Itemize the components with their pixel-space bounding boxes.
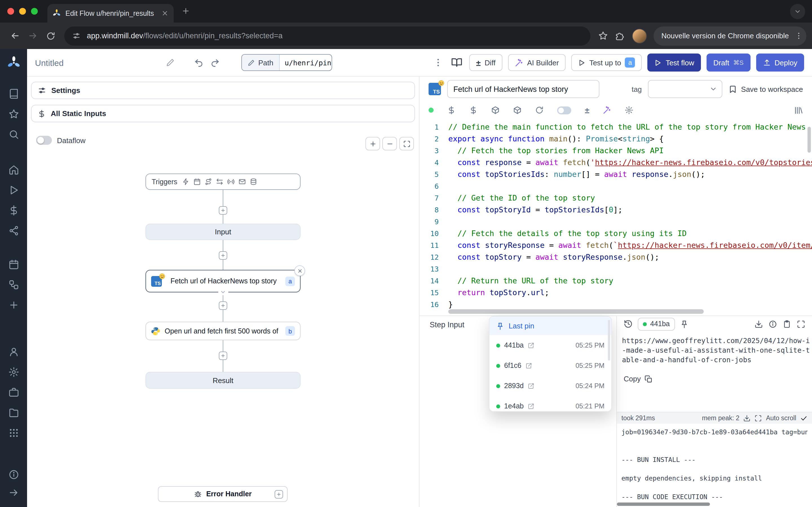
deploy-button[interactable]: Deploy: [756, 54, 804, 71]
library-icon[interactable]: [794, 106, 803, 115]
browser-tab[interactable]: Edit Flow u/henri/pin_results: [47, 4, 174, 22]
info-icon[interactable]: [769, 320, 777, 328]
script-settings-icon[interactable]: [625, 106, 633, 114]
add-step-button[interactable]: [219, 206, 227, 215]
step-b-node[interactable]: Open url and fetch first 500 words of ..…: [146, 322, 301, 340]
test-flow-button[interactable]: Test flow: [648, 54, 701, 71]
open-run-icon[interactable]: [528, 383, 535, 389]
bookmark-star-icon[interactable]: [595, 27, 612, 44]
dependencies-icon[interactable]: [513, 106, 522, 114]
add-resource-icon[interactable]: [469, 106, 477, 114]
history-icon[interactable]: [624, 320, 633, 328]
back-icon[interactable]: [6, 27, 24, 45]
chrome-update-button[interactable]: Nouvelle version de Chrome disponible: [654, 26, 806, 45]
reset-code-icon[interactable]: [535, 106, 544, 114]
pin-item[interactable]: 1e4ab 05:21 PM: [490, 396, 611, 412]
code-editor[interactable]: 1// Define the main function to fetch th…: [419, 119, 812, 316]
trigger-zap-icon[interactable]: [183, 178, 190, 185]
result-url[interactable]: https://www.geoffreylitt.com/2025/04/12/…: [622, 336, 812, 365]
trigger-calendar-icon[interactable]: [194, 178, 201, 185]
download-icon[interactable]: [755, 320, 763, 328]
add-step-button[interactable]: [219, 251, 227, 260]
step-summary-input[interactable]: [447, 80, 599, 98]
editor-mode-toggle[interactable]: [557, 106, 571, 114]
collapse-step-icon[interactable]: [218, 289, 228, 295]
add-step-button[interactable]: [219, 301, 227, 310]
package-icon[interactable]: [491, 106, 500, 114]
tab-step-input[interactable]: Step Input: [430, 321, 464, 329]
path-value[interactable]: u/henri/pin: [280, 55, 332, 70]
save-to-workspace-button[interactable]: Save to workspace: [728, 85, 803, 93]
add-step-button[interactable]: [219, 351, 227, 360]
sidebar-grid-icon[interactable]: [8, 428, 19, 438]
menu-scrollbar[interactable]: [608, 320, 610, 360]
sidebar-book-icon[interactable]: [8, 88, 19, 99]
tag-select[interactable]: [648, 80, 722, 98]
expand-logs-icon[interactable]: [755, 414, 762, 421]
trigger-mail-icon[interactable]: [239, 178, 246, 185]
last-pin-item[interactable]: Last pin: [490, 317, 611, 335]
pin-item[interactable]: 6f1c6 05:25 PM: [490, 355, 611, 376]
redo-icon[interactable]: [209, 57, 221, 68]
fullscreen-window-button[interactable]: [31, 8, 38, 15]
fit-view-button[interactable]: [399, 137, 414, 151]
open-run-icon[interactable]: [528, 342, 535, 349]
site-settings-icon[interactable]: [72, 32, 81, 40]
sidebar-star-icon[interactable]: [8, 108, 19, 119]
expand-icon[interactable]: [797, 320, 805, 328]
zoom-out-button[interactable]: [382, 137, 397, 151]
copy-button[interactable]: Copy: [620, 372, 656, 385]
log-scrollbar[interactable]: [617, 503, 710, 506]
sidebar-info-icon[interactable]: [8, 469, 19, 480]
path-control[interactable]: Path u/henri/pin: [241, 54, 332, 71]
new-tab-button[interactable]: [182, 7, 190, 15]
draft-button[interactable]: Draft⌘S: [707, 54, 750, 71]
undo-icon[interactable]: [193, 57, 205, 68]
tab-close-icon[interactable]: [161, 10, 168, 17]
sidebar-briefcase-icon[interactable]: [8, 387, 19, 398]
run-id-pill[interactable]: 441ba: [638, 318, 675, 330]
close-window-button[interactable]: [7, 8, 14, 15]
error-handler-node[interactable]: Error Handler: [158, 486, 288, 502]
sidebar-search-icon[interactable]: [8, 129, 19, 139]
triggers-node[interactable]: Triggers: [146, 173, 301, 190]
flow-settings-button[interactable]: Settings: [31, 82, 415, 99]
pin-item[interactable]: 441ba 05:25 PM: [490, 335, 611, 355]
sidebar-plus-icon[interactable]: [8, 299, 19, 310]
sidebar-arrow-right-icon[interactable]: [8, 487, 19, 498]
horizontal-scrollbar[interactable]: [448, 309, 704, 314]
diff-icon[interactable]: ±: [585, 106, 589, 114]
trigger-database-icon[interactable]: [250, 178, 257, 185]
chrome-menu-icon[interactable]: [795, 32, 803, 40]
windmill-logo-icon[interactable]: [6, 56, 20, 70]
pin-item[interactable]: 2893d 05:24 PM: [490, 376, 611, 396]
docs-book-icon[interactable]: [450, 56, 463, 69]
trigger-radio-icon[interactable]: [227, 178, 235, 185]
auto-scroll-checkbox[interactable]: [800, 414, 808, 421]
forward-icon[interactable]: [24, 27, 42, 45]
address-bar[interactable]: app.windmill.dev/flows/edit/u/henri/pin_…: [64, 26, 591, 45]
sidebar-play-icon[interactable]: [8, 185, 19, 195]
all-static-inputs-button[interactable]: All Static Inputs: [31, 105, 415, 122]
sidebar-folder-icon[interactable]: [8, 407, 19, 418]
minimize-window-button[interactable]: [19, 8, 26, 15]
tab-search-button[interactable]: [790, 4, 805, 19]
more-options-icon[interactable]: [432, 56, 444, 69]
trigger-swap-icon[interactable]: [216, 178, 223, 185]
zoom-in-button[interactable]: [365, 137, 380, 151]
dataflow-toggle[interactable]: [36, 136, 52, 145]
sidebar-home-icon[interactable]: [8, 165, 19, 175]
result-node[interactable]: Result: [146, 372, 301, 389]
add-variable-icon[interactable]: [447, 106, 456, 114]
pin-icon[interactable]: [680, 320, 689, 328]
add-error-handler-button[interactable]: [274, 490, 283, 499]
trigger-route-icon[interactable]: [205, 178, 212, 185]
input-node[interactable]: Input: [146, 224, 301, 240]
sidebar-dollar-icon[interactable]: [8, 205, 19, 216]
delete-step-icon[interactable]: [294, 265, 305, 276]
diff-button[interactable]: ±Diff: [469, 54, 502, 71]
vertical-scrollbar[interactable]: [808, 127, 811, 153]
clipboard-icon[interactable]: [783, 320, 791, 328]
ai-gen-icon[interactable]: [603, 106, 611, 114]
open-run-icon[interactable]: [525, 362, 532, 369]
